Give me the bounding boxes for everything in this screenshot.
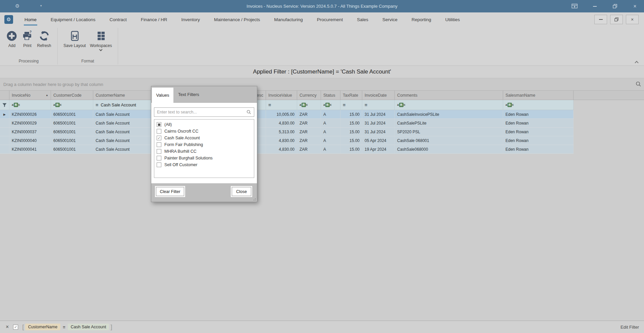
table-row[interactable]: KZIN00000376065001001Cash Sale Account5,… (0, 128, 574, 136)
grid-cell[interactable]: 6065001001 (51, 119, 93, 127)
grid-cell[interactable]: 4,830.00 (266, 119, 297, 127)
ribbon-tab-contract[interactable]: Contract (103, 12, 134, 27)
ribbon-tab-sales[interactable]: Sales (350, 12, 375, 27)
resize-grip[interactable] (253, 197, 256, 201)
filter-field-chip[interactable]: CustomerName (25, 324, 61, 330)
column-header-customername[interactable]: CustomerName (93, 91, 153, 100)
filter-value-item[interactable]: MHRA Burhill CC (154, 148, 254, 155)
filter-enabled-checkbox[interactable]: ✓ (13, 325, 18, 330)
ribbon-tab-service[interactable]: Service (375, 12, 405, 27)
ribbon-tab-reporting[interactable]: Reporting (405, 12, 438, 27)
checkbox-unchecked[interactable] (157, 129, 161, 134)
ribbon-display-options-icon[interactable] (571, 3, 578, 10)
column-header-status[interactable]: Status (321, 91, 340, 100)
search-icon[interactable] (636, 81, 641, 88)
column-header-invoiceno[interactable]: InvoiceNo▲ (9, 91, 51, 100)
grid-cell[interactable]: CashSale068000 (395, 145, 503, 153)
grid-cell[interactable]: 31 Jul 2024 (362, 119, 395, 127)
grid-cell[interactable]: Cash Sale Account (93, 119, 153, 127)
grid-cell[interactable]: Cash Sale Account (93, 128, 153, 136)
grid-cell[interactable]: 6065001001 (51, 136, 93, 145)
grid-cell[interactable]: CashSalePSLite (395, 119, 503, 127)
checkbox-unchecked[interactable] (157, 142, 161, 147)
ribbon-tab-home[interactable]: Home (17, 12, 44, 27)
filter-value-item[interactable]: Painter Burghall Solutions (154, 155, 254, 161)
grid-cell[interactable]: 15.00 (340, 136, 362, 145)
filter-value-chip[interactable]: Cash Sale Account (68, 324, 109, 330)
tab-text-filters[interactable]: Text Filters (178, 86, 199, 102)
group-by-panel[interactable]: Drag a column header here to group by th… (0, 78, 644, 91)
grid-cell[interactable]: ZAR (297, 110, 321, 118)
grid-cell[interactable]: ZAR (297, 145, 321, 153)
grid-cell[interactable]: CashSaleInvoicePSLite (395, 110, 503, 118)
grid-cell[interactable]: ZAR (297, 128, 321, 136)
ribbon-tab-maintenance-projects[interactable]: Maintenance / Projects (207, 12, 267, 27)
grid-cell[interactable]: KZIN0000041 (9, 145, 51, 153)
grid-cell[interactable]: Eden Rowan (503, 145, 574, 153)
collapse-ribbon-chevron[interactable] (635, 60, 639, 64)
column-header-invoicedate[interactable]: InvoiceDate (362, 91, 395, 100)
filter-value-item[interactable]: (All) (154, 121, 254, 128)
grid-cell[interactable]: Eden Rowan (503, 110, 574, 118)
refresh-button[interactable]: Refresh (35, 30, 53, 49)
grid-cell[interactable]: Eden Rowan (503, 119, 574, 127)
column-header-taxrate[interactable]: TaxRate (340, 91, 362, 100)
edit-filter-button[interactable]: Edit Filter (621, 325, 639, 330)
grid-cell[interactable]: Cash Sale Account (93, 136, 153, 145)
close-button[interactable]: × (632, 3, 638, 10)
column-header-customercode[interactable]: CustomerCode (51, 91, 93, 100)
tab-values[interactable]: Values (152, 88, 173, 103)
checkbox-unchecked[interactable] (157, 149, 161, 154)
grid-cell[interactable]: A (321, 128, 340, 136)
grid-cell[interactable]: 10,005.00 (266, 110, 297, 118)
clear-filter-button[interactable]: Clear Filter (156, 187, 184, 196)
ribbon-tab-utilities[interactable]: Utilities (438, 12, 467, 27)
checkbox-indeterminate[interactable] (157, 122, 161, 127)
filter-cell-taxrate[interactable]: = (340, 100, 362, 110)
grid-cell[interactable]: ZAR (297, 119, 321, 127)
document-close-button[interactable]: × (626, 15, 639, 24)
checkbox-checked[interactable] (157, 136, 161, 140)
filter-value-item[interactable]: Sell Off Customer (154, 161, 254, 168)
document-restore-button[interactable] (610, 15, 623, 24)
column-header-salesmanname[interactable]: SalesmanName (503, 91, 574, 100)
grid-cell[interactable]: 05 Apr 2024 (362, 136, 395, 145)
grid-cell[interactable]: Cash Sale Account (93, 145, 153, 153)
grid-cell[interactable]: 4,830.00 (266, 136, 297, 145)
column-header-comments[interactable]: Comments (395, 91, 503, 100)
grid-cell[interactable]: 15.00 (340, 128, 362, 136)
grid-cell[interactable]: SP2020 PSL (395, 128, 503, 136)
filter-cell-invoicedate[interactable]: = (362, 100, 395, 110)
minimize-button[interactable] (591, 3, 598, 10)
grid-cell[interactable]: 5,313.00 (266, 128, 297, 136)
table-row[interactable]: KZIN00000296065001001Cash Sale Account4,… (0, 119, 574, 128)
column-header-currency[interactable]: Currency (297, 91, 321, 100)
filter-row-funnel[interactable] (0, 100, 9, 110)
filter-cell-customercode[interactable]: aBc (51, 100, 93, 110)
filter-cell-status[interactable]: aBc (321, 100, 340, 110)
filter-cell-comments[interactable]: aBc (395, 100, 503, 110)
grid-cell[interactable]: 15.00 (340, 110, 362, 118)
ribbon-tab-finance-hr[interactable]: Finance / HR (134, 12, 174, 27)
grid-cell[interactable]: CashSale 068001 (395, 136, 503, 145)
grid-cell[interactable]: 6065001001 (51, 110, 93, 118)
grid-cell[interactable]: Eden Rowan (503, 128, 574, 136)
ribbon-tab-procurement[interactable]: Procurement (310, 12, 350, 27)
grid-cell[interactable]: KZIN0000040 (9, 136, 51, 145)
close-button[interactable]: Close (232, 187, 251, 196)
grid-cell[interactable]: KZIN0000037 (9, 128, 51, 136)
grid-cell[interactable]: Cash Sale Account (93, 110, 153, 118)
grid-cell[interactable]: KZIN0000029 (9, 119, 51, 127)
checkbox-unchecked[interactable] (157, 162, 161, 167)
grid-cell[interactable]: KZIN0000026 (9, 110, 51, 118)
workspaces-button[interactable]: Workspaces (88, 30, 114, 51)
filter-value-item[interactable]: Cash Sale Account (154, 135, 254, 141)
remove-filter-icon[interactable]: × (6, 324, 9, 330)
restore-button[interactable] (611, 3, 618, 10)
save-layout-button[interactable]: Save Layout (62, 30, 88, 49)
grid-cell[interactable]: 6065001001 (51, 145, 93, 153)
grid-cell[interactable]: 15.00 (340, 119, 362, 127)
grid-cell[interactable]: 31 Jul 2024 (362, 110, 395, 118)
grid-cell[interactable]: 31 Jul 2024 (362, 128, 395, 136)
table-row[interactable]: ▶KZIN00000266065001001Cash Sale Account1… (0, 110, 574, 119)
